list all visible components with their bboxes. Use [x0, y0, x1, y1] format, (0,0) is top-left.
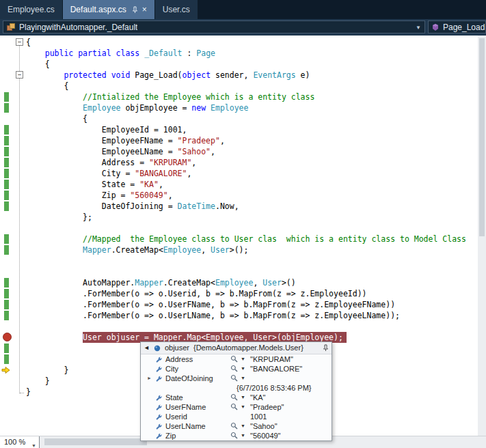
property-name: UserLName: [165, 421, 206, 431]
change-tracking-bar: [4, 311, 9, 320]
code-line[interactable]: .ForMember(o => o.UserLName, b => b.MapF…: [26, 310, 400, 321]
property-value: "KRPURAM": [250, 354, 293, 364]
magnifier-icon[interactable]: [230, 365, 238, 372]
change-tracking-bar: [4, 278, 9, 288]
fold-collapse-box[interactable]: −: [16, 71, 23, 79]
change-tracking-bar: [4, 180, 9, 189]
magnifier-icon[interactable]: [230, 422, 238, 430]
code-line[interactable]: Mapper.CreateMap<Employee, User>();: [26, 244, 248, 255]
code-line[interactable]: AutoMapper.Mapper.CreateMap<Employee, Us…: [26, 277, 296, 288]
chevron-down-icon[interactable]: ▼: [31, 440, 36, 448]
magnifier-icon[interactable]: [230, 432, 238, 439]
visualizer-dropdown-icon[interactable]: ▼: [241, 393, 245, 402]
property-value: "KA": [250, 393, 265, 402]
datatip-type: {DemoAutomapper.Models.User}: [193, 342, 303, 354]
type-dropdown-label: PlayingwithAutomapper._Default: [19, 23, 137, 32]
tab-default-aspx-cs[interactable]: Default.aspx.cs×: [63, 0, 154, 19]
tab-label: User.cs: [163, 5, 190, 14]
collapse-left-icon[interactable]: ◄: [144, 342, 150, 354]
change-tracking-bar: [4, 125, 9, 135]
code-line[interactable]: EmployeeId = 1001,: [26, 124, 187, 135]
code-line[interactable]: EmployeeLName = "Sahoo",: [26, 146, 215, 157]
code-line[interactable]: City = "BANGALORE",: [26, 168, 191, 179]
method-icon: [432, 24, 439, 31]
property-value: "560049": [250, 431, 281, 440]
change-tracking-bar: [4, 191, 9, 200]
visualizer-dropdown-icon[interactable]: ▼: [241, 421, 245, 431]
code-line[interactable]: Zip = "560049",: [26, 190, 173, 201]
code-line[interactable]: {: [26, 113, 87, 124]
member-dropdown[interactable]: Page_Load(o: [428, 20, 486, 33]
type-dropdown[interactable]: PlayingwithAutomapper._Default ▼: [3, 20, 425, 33]
vertical-scrollbar[interactable]: [478, 36, 486, 436]
visualizer-dropdown-icon[interactable]: ▼: [241, 431, 245, 440]
code-line[interactable]: EmployeeFName = "Pradeep",: [26, 135, 225, 146]
visualizer-dropdown-icon[interactable]: ▼: [241, 354, 245, 364]
member-dropdown-label: Page_Load(o: [443, 23, 485, 32]
code-line[interactable]: Employee objEmployee = new Employee: [26, 102, 248, 113]
pin-icon[interactable]: [132, 6, 138, 14]
magnifier-icon[interactable]: [230, 374, 238, 382]
magnifier-icon[interactable]: [230, 403, 238, 410]
code-line[interactable]: {: [26, 37, 31, 48]
datatip-variable-name: objuser: [165, 342, 189, 354]
change-tracking-bar: [4, 289, 9, 298]
datatip-row: State▼"KA": [141, 393, 332, 402]
code-line[interactable]: protected void Page_Load(object sender, …: [26, 70, 310, 81]
change-tracking-bar: [4, 344, 9, 353]
code-line[interactable]: public partial class _Default : Page: [26, 48, 215, 59]
change-tracking-bar: [4, 92, 9, 102]
code-line[interactable]: {: [26, 81, 68, 92]
code-line[interactable]: //Intialized the Employee which is a ent…: [26, 92, 314, 102]
code-line[interactable]: }: [26, 365, 68, 376]
close-icon[interactable]: ×: [142, 5, 147, 14]
breakpoint-dot[interactable]: [3, 333, 12, 341]
tab-user-cs[interactable]: User.cs: [155, 0, 198, 19]
fold-collapse-box[interactable]: −: [16, 38, 23, 46]
navigation-bar: PlayingwithAutomapper._Default ▼ Page_Lo…: [0, 19, 486, 36]
datatip-row: ►DateOfJoining▼: [141, 374, 332, 383]
tab-bar: Employee.csDefault.aspx.cs×User.cs: [0, 0, 486, 19]
property-icon: [155, 404, 163, 411]
expander-icon[interactable]: ►: [147, 374, 152, 383]
datatip-popup: ◄ objuser {DemoAutomapper.Models.User} A…: [140, 341, 332, 441]
current-statement-arrow-icon: [1, 366, 10, 374]
datatip-row-value-continued: {6/7/2016 8:53:46 PM}: [141, 383, 332, 393]
change-tracking-bar: [4, 147, 9, 156]
code-line[interactable]: Address = "KRPURAM",: [26, 157, 196, 168]
code-line[interactable]: State = "KA",: [26, 179, 163, 190]
property-value: 1001: [250, 412, 267, 421]
magnifier-icon[interactable]: [230, 355, 238, 363]
property-icon: [155, 413, 163, 421]
visualizer-dropdown-icon[interactable]: ▼: [241, 364, 245, 374]
object-icon: [154, 345, 161, 352]
code-line[interactable]: //Mapped the Employee class to User clas…: [26, 234, 466, 244]
magnifier-icon[interactable]: [230, 393, 238, 401]
property-icon: [155, 375, 163, 382]
code-line[interactable]: }: [26, 376, 50, 387]
visualizer-dropdown-icon[interactable]: ▼: [241, 374, 245, 383]
class-icon: [7, 23, 15, 31]
code-line[interactable]: .ForMember(o => o.Userid, b => b.MapFrom…: [26, 288, 367, 299]
code-line[interactable]: {: [26, 59, 50, 70]
chevron-down-icon[interactable]: ▼: [416, 25, 421, 31]
code-line[interactable]: DateOfJoining = DateTime.Now,: [26, 201, 239, 212]
code-line[interactable]: };: [26, 212, 92, 223]
property-name: UserFName: [165, 402, 206, 412]
code-line[interactable]: }: [26, 387, 31, 397]
datatip-row: City▼"BANGALORE": [141, 364, 332, 374]
property-value: {6/7/2016 8:53:46 PM}: [237, 383, 311, 393]
zoom-label: 100 %: [4, 438, 25, 446]
code-line[interactable]: .ForMember(o => o.UserFName, b => b.MapF…: [26, 299, 395, 310]
change-tracking-bar: [4, 136, 9, 145]
horizontal-scrollbar-thumb[interactable]: [44, 438, 147, 445]
property-name: DateOfJoining: [165, 374, 213, 383]
vertical-scrollbar-thumb[interactable]: [479, 38, 485, 236]
change-tracking-bar: [4, 103, 9, 113]
tab-employee-cs[interactable]: Employee.cs: [0, 0, 62, 19]
zoom-control[interactable]: 100 % ▼: [0, 436, 40, 448]
change-tracking-bar: [4, 245, 9, 255]
pin-icon[interactable]: [323, 344, 329, 352]
change-tracking-bar: [4, 354, 9, 364]
visualizer-dropdown-icon[interactable]: ▼: [241, 402, 245, 412]
